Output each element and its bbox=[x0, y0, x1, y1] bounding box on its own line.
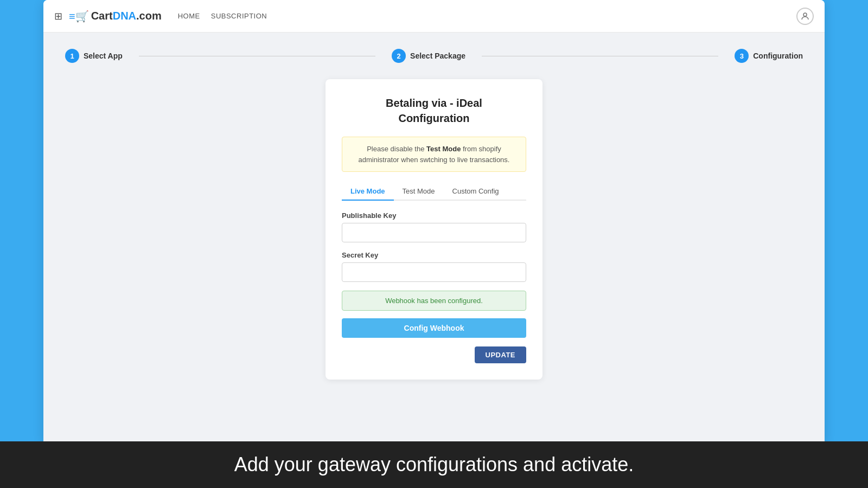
tab-test-mode[interactable]: Test Mode bbox=[394, 183, 444, 201]
navbar: ⊞ ≡🛒 CartDNA.com HOME SUBSCRIPTION bbox=[43, 0, 825, 33]
webhook-status: Webhook has been configured. bbox=[342, 291, 526, 311]
publishable-key-label: Publishable Key bbox=[342, 211, 526, 220]
step-connector-2 bbox=[482, 56, 718, 56]
step-1-circle: 1 bbox=[65, 49, 79, 63]
steps-bar: 1 Select App 2 Select Package 3 Configur… bbox=[65, 49, 803, 63]
nav-home[interactable]: HOME bbox=[178, 12, 200, 20]
notice-highlight: Test Mode bbox=[426, 145, 461, 153]
step-2: 2 Select Package bbox=[392, 49, 465, 63]
btn-row: UPDATE bbox=[342, 346, 526, 363]
nav-links: HOME SUBSCRIPTION bbox=[178, 12, 267, 20]
bottom-caption: Add your gateway configurations and acti… bbox=[0, 441, 868, 488]
step-3-circle: 3 bbox=[735, 49, 749, 63]
step-connector-1 bbox=[139, 56, 375, 56]
publishable-key-input[interactable] bbox=[342, 223, 526, 242]
secret-key-label: Secret Key bbox=[342, 251, 526, 259]
grid-icon: ⊞ bbox=[54, 10, 62, 22]
svg-point-0 bbox=[803, 13, 807, 16]
nav-subscription[interactable]: SUBSCRIPTION bbox=[211, 12, 267, 20]
card-title: Betaling via - iDeal Configuration bbox=[342, 95, 526, 126]
step-1-label: Select App bbox=[84, 52, 123, 60]
tab-custom-config[interactable]: Custom Config bbox=[444, 183, 508, 201]
page-content: 1 Select App 2 Select Package 3 Configur… bbox=[43, 33, 825, 441]
config-card: Betaling via - iDeal Configuration Pleas… bbox=[326, 79, 542, 380]
publishable-key-field: Publishable Key bbox=[342, 211, 526, 242]
logo: ≡🛒 CartDNA.com bbox=[69, 10, 162, 23]
logo-symbol: ≡🛒 bbox=[69, 10, 89, 23]
step-2-label: Select Package bbox=[410, 52, 465, 60]
config-webhook-button[interactable]: Config Webhook bbox=[342, 318, 526, 338]
step-2-circle: 2 bbox=[392, 49, 406, 63]
logo-text: CartDNA.com bbox=[91, 10, 162, 22]
tab-live-mode[interactable]: Live Mode bbox=[342, 183, 394, 201]
secret-key-input[interactable] bbox=[342, 262, 526, 282]
step-1: 1 Select App bbox=[65, 49, 123, 63]
secret-key-field: Secret Key bbox=[342, 251, 526, 282]
notice-box: Please disable the Test Mode from shopif… bbox=[342, 137, 526, 172]
tabs-row: Live Mode Test Mode Custom Config bbox=[342, 183, 526, 201]
step-3: 3 Configuration bbox=[735, 49, 803, 63]
user-avatar[interactable] bbox=[796, 8, 814, 25]
step-3-label: Configuration bbox=[753, 52, 803, 60]
update-button[interactable]: UPDATE bbox=[475, 346, 526, 363]
